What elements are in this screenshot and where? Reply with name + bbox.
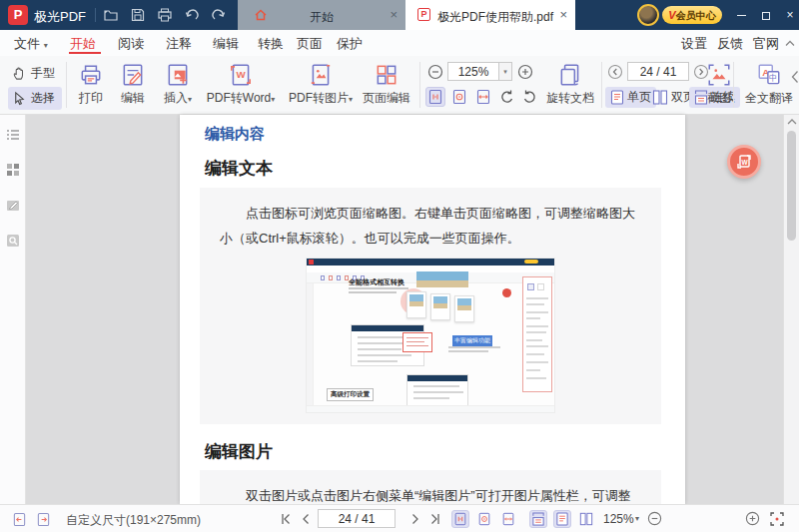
translate-icon: A中	[756, 62, 782, 88]
double-page-icon	[652, 90, 668, 105]
menu-home[interactable]: 开始	[70, 35, 96, 53]
next-page-icon[interactable]	[409, 513, 421, 525]
menu-annotate[interactable]: 注释	[166, 35, 192, 53]
select-tool-button[interactable]: 选择	[8, 87, 62, 110]
mini-photo-card	[406, 291, 426, 318]
mini-photo	[416, 271, 468, 287]
open-folder-icon[interactable]	[103, 7, 119, 23]
statusbar-fit-page-button[interactable]	[475, 510, 493, 528]
mini-member-pill	[524, 260, 538, 264]
print-icon[interactable]	[157, 7, 173, 23]
tab-document-close-icon[interactable]: ×	[559, 7, 567, 22]
caret-down-icon: ▾	[349, 95, 353, 104]
page-size-label: 自定义尺寸(191×275mm)	[66, 512, 201, 529]
thumbnails-panel-icon[interactable]	[5, 162, 21, 178]
fit-page-button[interactable]	[449, 87, 469, 107]
zoom-out-icon[interactable]	[427, 64, 443, 80]
menu-read[interactable]: 阅读	[118, 35, 144, 53]
tab-home-close-icon[interactable]: ×	[390, 7, 398, 22]
vertical-scrollbar[interactable]	[783, 115, 799, 504]
collapse-ribbon-icon[interactable]	[785, 40, 795, 47]
redo-icon[interactable]	[211, 7, 227, 23]
mini-sidebar	[307, 283, 314, 405]
outline-panel-icon[interactable]	[5, 128, 21, 144]
actual-size-button[interactable]	[425, 87, 445, 107]
rotate-right-icon[interactable]	[521, 89, 537, 105]
menu-edit[interactable]: 编辑	[213, 35, 239, 53]
user-avatar[interactable]	[637, 4, 659, 26]
menu-protect[interactable]: 保护	[337, 35, 363, 53]
minimize-button[interactable]	[729, 0, 753, 30]
pdf-page[interactable]: 编辑内容 编辑文本 点击图标可浏览页面缩略图。右键单击页面缩略图，可调整缩略图大…	[180, 115, 685, 504]
first-page-icon[interactable]	[280, 513, 292, 525]
pdf-to-image-button[interactable]: PDF转图片▾	[282, 60, 360, 110]
edit-button[interactable]: 编辑	[112, 60, 154, 110]
fit-width-button[interactable]	[473, 87, 493, 107]
menu-settings[interactable]: 设置	[681, 35, 707, 53]
page-number-input[interactable]	[627, 62, 689, 81]
pdf-to-word-button[interactable]: W PDF转Word▾	[202, 60, 280, 110]
menu-file[interactable]: 文件 ▾	[14, 35, 48, 53]
maximize-button[interactable]	[754, 0, 778, 30]
zoom-in-icon[interactable]	[745, 511, 760, 526]
cursor-icon	[12, 91, 27, 106]
select-tool-label: 选择	[31, 90, 55, 107]
page-edit-icon	[374, 62, 400, 88]
last-page-icon[interactable]	[429, 513, 441, 525]
menubar: 文件 ▾ 开始 阅读 注释 编辑 转换 页面 保护 设置 反馈 官网	[0, 30, 799, 56]
caret-down-icon: ▾	[271, 95, 275, 104]
rotate-left-icon[interactable]	[499, 89, 515, 105]
previous-view-button[interactable]	[10, 510, 28, 528]
zoom-level-input[interactable]	[447, 62, 499, 81]
statusbar-fit-width-button[interactable]	[499, 510, 517, 528]
translate-button[interactable]: A中 全文翻译	[743, 60, 795, 110]
statusbar-zoom-value[interactable]: 125%	[603, 512, 634, 526]
mini-titlebar	[307, 259, 554, 266]
menu-page[interactable]: 页面	[297, 35, 323, 53]
statusbar-continuous-button[interactable]	[529, 510, 547, 528]
member-v-icon: V	[668, 9, 675, 21]
scroll-up-icon[interactable]	[787, 118, 797, 126]
previous-page-icon[interactable]	[300, 513, 312, 525]
insert-button[interactable]: 插入▾	[154, 60, 202, 110]
menu-convert[interactable]: 转换	[258, 35, 284, 53]
menu-website[interactable]: 官网	[753, 35, 779, 53]
document-canvas[interactable]: 编辑内容 编辑文本 点击图标可浏览页面缩略图。右键单击页面缩略图，可调整缩略图大…	[26, 115, 783, 504]
statusbar-actual-size-button[interactable]	[451, 510, 469, 528]
tab-home[interactable]: 开始 ×	[238, 0, 405, 30]
member-center-button[interactable]: V会员中心	[662, 6, 722, 24]
pdf-to-word-float-button[interactable]: W	[727, 145, 761, 179]
screenshot-label: 截图	[707, 91, 731, 105]
undo-icon[interactable]	[184, 7, 200, 23]
page-edit-button[interactable]: 页面编辑	[360, 60, 413, 110]
previous-page-icon[interactable]	[607, 64, 623, 80]
scrollbar-thumb[interactable]	[787, 131, 796, 241]
actual-size-icon	[427, 89, 443, 105]
rotate-document-button[interactable]: 旋转文档	[543, 60, 597, 110]
pdf-to-image-label: PDF转图片	[289, 91, 349, 105]
app-window: P 极光PDF 开始 × P 极光PDF使用帮助.pdf × V会员中心 × 文…	[0, 0, 799, 532]
tab-document[interactable]: P 极光PDF使用帮助.pdf ×	[405, 0, 575, 30]
fullscreen-icon[interactable]	[769, 511, 785, 527]
zoom-out-icon[interactable]	[647, 511, 662, 526]
insert-label: 插入	[164, 91, 188, 105]
zoom-dropdown-caret[interactable]: ▾	[499, 62, 512, 81]
zoom-in-icon[interactable]	[517, 64, 533, 80]
mini-edit-label: 丰富编辑功能	[452, 335, 492, 346]
next-view-button[interactable]	[34, 510, 52, 528]
annotations-panel-icon[interactable]	[5, 198, 21, 214]
search-panel-icon[interactable]	[5, 233, 21, 249]
statusbar-double-page-button[interactable]	[577, 510, 595, 528]
save-icon[interactable]	[130, 7, 146, 23]
window-close-button[interactable]: ×	[778, 0, 799, 30]
menu-feedback[interactable]: 反馈	[717, 35, 743, 53]
hand-tool-button[interactable]: 手型	[8, 62, 62, 85]
more-tools-chevron-icon[interactable]	[791, 70, 799, 84]
zoom-caret-icon[interactable]: ▾	[635, 514, 639, 523]
toolbar-divider	[601, 62, 602, 108]
statusbar-single-page-button[interactable]	[553, 510, 571, 528]
screenshot-button[interactable]: 截图	[699, 60, 739, 110]
print-button[interactable]: 打印	[70, 60, 112, 110]
statusbar-page-input[interactable]	[318, 509, 396, 528]
edit-document-icon	[120, 62, 146, 88]
